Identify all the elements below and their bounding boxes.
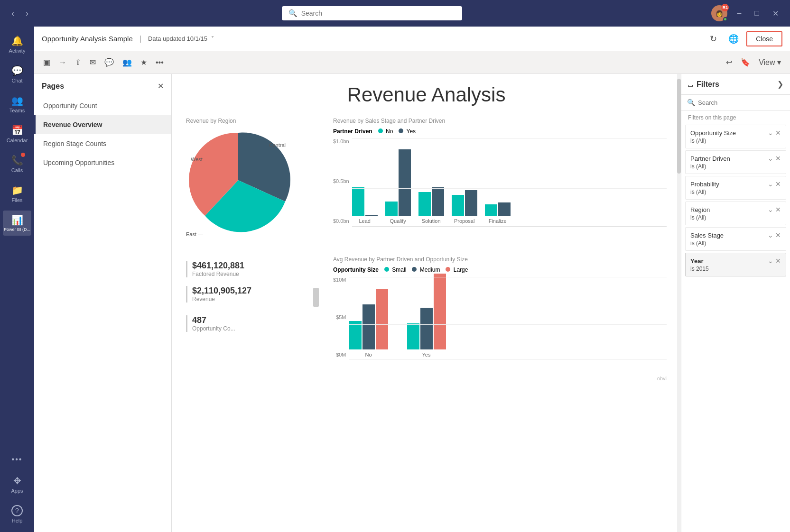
page-item-upcoming-opportunities[interactable]: Upcoming Opportunities [34,153,171,172]
filter-expand-btn[interactable]: ⌄ [768,180,773,188]
filters-expand-button[interactable]: ❯ [777,80,783,89]
toolbar-more-btn[interactable]: ••• [152,56,167,69]
metric-revenue-row: $2,110,905,127 Revenue [186,286,319,307]
forward-button[interactable]: › [22,7,32,20]
data-updated: Data updated 10/1/15 [148,35,207,42]
search-input[interactable] [301,9,455,17]
bar-label-lead: Lead [359,218,370,224]
toolbar-email-btn[interactable]: ✉ [86,55,99,69]
pages-close-button[interactable]: ✕ [158,82,164,91]
metric-bar-indicator [313,288,319,307]
close-window-button[interactable]: ✕ [769,7,782,20]
filter-item-opportunity-size[interactable]: Opportunity Size ⌄ ✕ is (All) [685,125,786,148]
filter-clear-btn[interactable]: ✕ [775,129,781,137]
page-item-revenue-overview[interactable]: Revenue Overview [34,115,171,134]
bar-group-solution: Solution [418,187,444,224]
filter-icon: ⎵ [688,80,693,89]
report-inner: Revenue Analysis Revenue by Region [172,74,681,532]
filters-header: ⎵ Filters ❯ [681,74,790,95]
toolbar-left: ▣ → ⇧ ✉ 💬 👥 ★ ••• [40,55,167,69]
toolbar-arrow-btn[interactable]: → [56,56,70,69]
chevron-down-icon[interactable]: ˅ [211,36,214,42]
toolbar-bookmark-btn[interactable]: 🔖 [737,55,753,69]
y2-label-5m: $5M [333,314,346,320]
legend-yes: Yes [399,128,416,135]
sidebar-item-label: Apps [11,488,23,494]
filter-clear-btn[interactable]: ✕ [775,257,781,265]
toolbar-chat-btn[interactable]: 💬 [101,55,117,69]
global-search-bar[interactable]: 🔍 [282,6,462,20]
online-status-dot [723,17,727,21]
sidebar-item-more[interactable]: ••• [3,451,31,468]
sidebar-item-activity[interactable]: 🔔 Activity [3,31,31,57]
sidebar-item-apps[interactable]: ✥ Apps [3,471,31,497]
globe-button[interactable]: 🌐 [725,32,743,46]
bar-finalize-no [485,204,497,216]
minimize-button[interactable]: – [733,7,745,19]
metric-label: Revenue [192,296,309,303]
bar2-no-large [376,289,388,349]
sidebar-item-calendar[interactable]: 📅 Calendar [3,121,31,147]
filter-item-year[interactable]: Year ⌄ ✕ is 2015 [685,253,786,276]
toolbar-share-btn[interactable]: ⇧ [72,55,84,69]
page-item-region-stage-counts[interactable]: Region Stage Counts [34,134,171,153]
filter-actions: ⌄ ✕ [768,129,781,137]
filter-clear-btn[interactable]: ✕ [775,231,781,239]
metric-label: Opportunity Co... [192,325,319,332]
toolbar-view-btn[interactable]: View ▾ [755,55,784,69]
toolbar-teams-btn[interactable]: 👥 [119,55,135,69]
back-button[interactable]: ‹ [8,7,18,20]
sidebar-item-chat[interactable]: 💬 Chat [3,61,31,87]
filter-actions: ⌄ ✕ [768,257,781,265]
bar2-label-yes: Yes [422,352,431,358]
filters-title: ⎵ Filters [688,80,719,89]
filter-actions: ⌄ ✕ [768,155,781,162]
pages-title: Pages [42,82,64,91]
filter-clear-btn[interactable]: ✕ [775,180,781,188]
pie-chart-label: Revenue by Region [186,118,319,124]
filter-search-input[interactable] [698,99,784,106]
filter-clear-btn[interactable]: ✕ [775,155,781,162]
pages-panel: Pages ✕ Opportunity Count Revenue Overvi… [34,74,172,532]
filter-item-sales-stage[interactable]: Sales Stage ⌄ ✕ is (All) [685,227,786,251]
avatar[interactable]: R1 👩 [711,5,727,21]
app-header: Opportunity Analysis Sample | Data updat… [34,27,790,51]
y2-label-0m: $0M [333,352,346,358]
page-item-opportunity-count[interactable]: Opportunity Count [34,96,171,115]
filter-expand-btn[interactable]: ⌄ [768,257,773,265]
filter-expand-btn[interactable]: ⌄ [768,231,773,239]
bar-label-proposal: Proposal [454,218,474,224]
bar-group-lead: Lead [352,187,378,224]
filter-item-partner-driven[interactable]: Partner Driven ⌄ ✕ is (All) [685,150,786,174]
bar-group-finalize: Finalize [485,202,511,224]
metric-revenue: $2,110,905,127 Revenue [186,286,309,303]
sidebar-item-files[interactable]: 📁 Files [3,181,31,207]
sidebar-item-teams[interactable]: 👥 Teams [3,91,31,117]
toolbar-table-btn[interactable]: ▣ [40,55,54,69]
sidebar-item-label: Activity [9,48,26,54]
sidebar-item-calls[interactable]: 📞 Calls [3,151,31,177]
filter-item-region[interactable]: Region ⌄ ✕ is (All) [685,202,786,225]
filter-expand-btn[interactable]: ⌄ [768,129,773,137]
filter-expand-btn[interactable]: ⌄ [768,155,773,162]
sidebar-item-label: Help [12,518,23,523]
toolbar-undo-btn[interactable]: ↩ [723,55,735,69]
maximize-button[interactable]: □ [751,7,763,19]
bar-solution-no [418,192,431,216]
bar-chart2-bars: No [349,277,667,372]
sidebar-item-powerbi[interactable]: 📊 Power BI (D... [3,211,31,236]
scrollbar-thumb[interactable] [677,79,681,174]
sidebar-item-help[interactable]: ? Help [3,501,31,527]
central-label: Central [269,142,286,148]
chat-icon: 💬 [11,65,23,76]
bar-group2-no: No [349,289,388,358]
refresh-button[interactable]: ↻ [706,32,721,46]
toolbar-star-btn[interactable]: ★ [137,55,150,69]
east-label: East — [186,231,203,237]
filter-clear-btn[interactable]: ✕ [775,206,781,213]
legend2-large: Large [446,266,468,273]
close-button[interactable]: Close [746,31,782,46]
scrollbar-track[interactable] [677,74,681,532]
filter-item-probability[interactable]: Probability ⌄ ✕ is (All) [685,176,786,200]
filter-expand-btn[interactable]: ⌄ [768,206,773,213]
